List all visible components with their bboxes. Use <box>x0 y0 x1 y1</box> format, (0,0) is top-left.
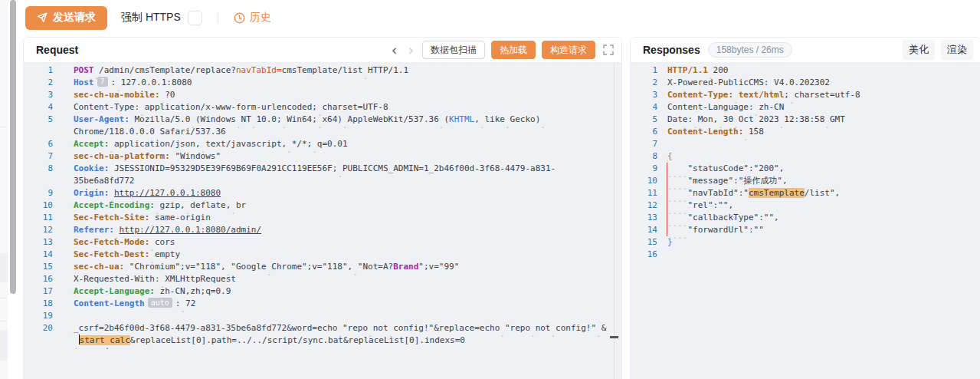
request-panel: Request ‹ › 数据包扫描 热加载 构造请求 1POST/admin/c… <box>23 37 622 379</box>
next-request-button[interactable]: › <box>405 41 416 58</box>
code-line[interactable]: 10"message":"操作成功", <box>631 175 980 187</box>
code-line[interactable]: 4Content-Type:application/x-www-form-url… <box>24 101 621 114</box>
code-line[interactable]: 17Accept-Language:zh-CN,zh;q=0.9 <box>24 285 621 298</box>
line-number: 14 <box>631 224 657 236</box>
line-number: 2 <box>24 77 53 89</box>
response-editor[interactable]: 1HTTP/1.12002X-Powered-PublicCMS:V4.0.20… <box>631 63 980 379</box>
code-line[interactable]: 5Date:Mon,30Oct202312:38:58GMT <box>631 114 980 126</box>
code-line[interactable]: 15} <box>631 236 980 249</box>
render-button[interactable]: 渲染 <box>941 40 973 60</box>
send-request-button[interactable]: 发送请求 <box>25 6 107 30</box>
code-line[interactable]: 19 <box>24 310 621 322</box>
code-line[interactable]: 16X-Requested-With:XMLHttpRequest <box>24 273 621 285</box>
response-panel-header: Responses 158bytes / 26ms 美化 渲染 <box>631 38 980 63</box>
code-line[interactable]: 8{ <box>631 150 980 163</box>
code-line[interactable]: 16 <box>631 249 980 261</box>
line-number: 3 <box>24 89 53 101</box>
request-panel-header: Request ‹ › 数据包扫描 热加载 构造请求 <box>24 38 621 63</box>
line-number: 15 <box>631 236 657 249</box>
history-clock-icon <box>234 12 245 24</box>
code-line[interactable]: 11"navTabId":"cmsTemplate/list", <box>631 187 980 199</box>
send-request-label: 发送请求 <box>53 11 96 25</box>
line-number: 6 <box>24 138 53 150</box>
prev-request-button[interactable]: ‹ <box>389 41 400 58</box>
code-line[interactable]: 18Content-Lengthauto:72 <box>24 298 621 310</box>
code-line[interactable]: 13Sec-Fetch-Mode:cors <box>24 236 621 249</box>
sidebar-item-fragment <box>0 253 8 282</box>
code-line[interactable]: 9Origin:http://127.0.0.1:8080 <box>24 187 621 199</box>
code-line[interactable]: 14"forwardUrl":"" <box>631 224 980 236</box>
line-number: 15 <box>24 261 53 273</box>
line-number: 7 <box>24 150 53 163</box>
sidebar-item-fragment <box>0 330 8 361</box>
line-number: 8 <box>24 163 53 187</box>
line-number: 6 <box>631 126 657 138</box>
sidebar-divider <box>0 127 8 127</box>
line-number: 17 <box>24 285 53 298</box>
code-line[interactable]: 2Host?:127.0.0.1:8080 <box>24 77 621 89</box>
line-number: 1 <box>24 64 53 77</box>
code-line[interactable]: 5User-Agent:Mozilla/5.0(WindowsNT10.0;Wi… <box>24 114 621 138</box>
line-number: 13 <box>631 212 657 224</box>
fullscreen-icon[interactable] <box>603 44 614 55</box>
line-number: 8 <box>631 150 657 163</box>
line-number: 5 <box>631 114 657 126</box>
response-header-actions: 美化 渲染 <box>903 40 973 60</box>
code-line[interactable]: 3Content-Type:text/html;charset=utf-8 <box>631 89 980 101</box>
code-line[interactable]: 12Referer:http://127.0.0.1:8080/admin/ <box>24 224 621 236</box>
code-line[interactable]: 20_csrf=2b46f00d-3f68-4479-a831-35be6a8f… <box>24 322 621 347</box>
line-number: 16 <box>24 273 53 285</box>
code-line[interactable]: 1POST/admin/cmsTemplate/replace?navTabId… <box>24 64 621 77</box>
force-https-label: 强制 HTTPS <box>121 11 181 25</box>
hot-reload-button[interactable]: 热加载 <box>491 41 536 59</box>
vertical-scrollbar[interactable] <box>10 0 16 294</box>
code-line[interactable]: 3sec-ch-ua-mobile:?0 <box>24 89 621 101</box>
line-number: 2 <box>631 77 657 89</box>
overview-cursor-marker <box>610 336 618 338</box>
line-number: 1 <box>631 64 657 77</box>
code-line[interactable]: 4Content-Language:zh-CN <box>631 101 980 114</box>
response-panel-title: Responses <box>643 44 700 56</box>
code-line[interactable]: 8Cookie:JSESSIONID=95329D5E39F69B69F0A29… <box>24 163 621 187</box>
http-repeater-app: 发送请求 强制 HTTPS 历史 Request ‹ › 数据包扫描 热加载 构… <box>0 0 980 379</box>
editor-overview-ruler <box>614 63 615 379</box>
code-line[interactable]: 13"callbackType":"", <box>631 212 980 224</box>
request-editor[interactable]: 1POST/admin/cmsTemplate/replace?navTabId… <box>24 63 621 379</box>
send-icon <box>37 12 48 23</box>
code-line[interactable]: 12"rel":"", <box>631 199 980 212</box>
line-number: 3 <box>631 89 657 101</box>
line-number: 14 <box>24 249 53 261</box>
line-number: 10 <box>631 175 657 187</box>
beautify-button[interactable]: 美化 <box>903 40 935 60</box>
line-number: 11 <box>24 212 53 224</box>
line-number: 5 <box>24 114 53 138</box>
code-line[interactable]: 6Content-Length:158 <box>631 126 980 138</box>
line-number: 10 <box>24 199 53 212</box>
code-line[interactable]: 2X-Powered-PublicCMS:V4.0.202302 <box>631 77 980 89</box>
line-number: 4 <box>631 101 657 114</box>
code-line[interactable]: 10Accept-Encoding:gzip,deflate,br <box>24 199 621 212</box>
history-sidebar-sliver <box>0 0 8 379</box>
code-line[interactable]: 1HTTP/1.1200 <box>631 64 980 77</box>
code-line[interactable]: 14Sec-Fetch-Dest:empty <box>24 249 621 261</box>
line-number: 18 <box>24 298 53 310</box>
history-label: 历史 <box>250 11 271 25</box>
packet-scan-button[interactable]: 数据包扫描 <box>422 41 485 59</box>
response-stats-badge: 158bytes / 26ms <box>708 42 792 58</box>
toolbar-divider <box>218 12 218 23</box>
sidebar-divider <box>0 321 8 321</box>
code-line[interactable]: 6Accept:application/json,text/javascript… <box>24 138 621 150</box>
line-number: 12 <box>631 199 657 212</box>
toolbar: 发送请求 强制 HTTPS 历史 <box>25 0 271 35</box>
code-line[interactable]: 11Sec-Fetch-Site:same-origin <box>24 212 621 224</box>
history-button[interactable]: 历史 <box>234 11 271 25</box>
force-https-checkbox[interactable] <box>188 11 202 25</box>
code-line[interactable]: 15sec-ch-ua:"Chromium";v="118","GoogleCh… <box>24 261 621 273</box>
code-line[interactable]: 7 <box>631 138 980 150</box>
build-request-button[interactable]: 构造请求 <box>542 41 595 59</box>
request-panel-title: Request <box>36 44 78 56</box>
code-line[interactable]: 7sec-ch-ua-platform:"Windows" <box>24 150 621 163</box>
line-number: 16 <box>631 249 657 261</box>
line-number: 19 <box>24 310 53 322</box>
code-line[interactable]: 9"statusCode":"200", <box>631 163 980 175</box>
